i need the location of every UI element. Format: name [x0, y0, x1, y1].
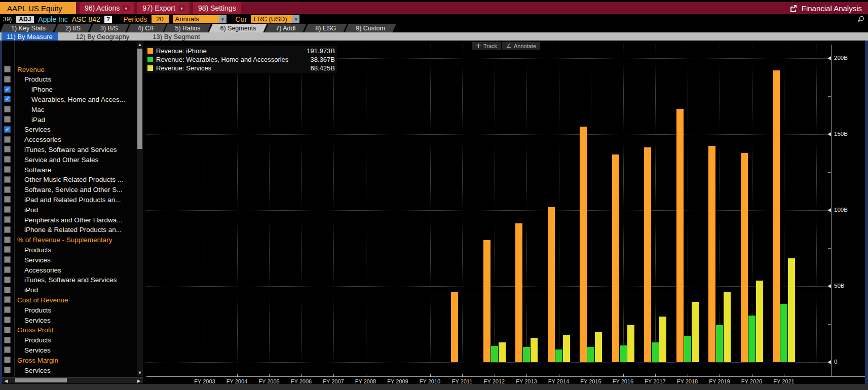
sidebar-item-service-and-other-sales[interactable]: Service and Other Sales — [2, 154, 135, 165]
tab-5-ratios[interactable]: 5) Ratios — [166, 24, 209, 32]
sidebar-vscroll-thumb[interactable] — [137, 49, 142, 149]
scroll-left-icon[interactable]: ◀ — [3, 378, 9, 383]
checkbox-unchecked[interactable] — [4, 327, 11, 333]
legend-row-revenue-iphone[interactable]: Revenue: iPhone191.973B — [147, 47, 335, 55]
checkbox-unchecked[interactable] — [4, 317, 11, 323]
checkbox-checked[interactable]: ✓ — [4, 126, 11, 133]
sidebar-item-products[interactable]: Products — [2, 245, 135, 255]
checkbox-unchecked[interactable] — [4, 166, 11, 173]
magnifier-plus-icon[interactable] — [857, 15, 865, 23]
scroll-down-icon[interactable]: ▼ — [137, 370, 143, 375]
checkbox-unchecked[interactable] — [4, 76, 11, 83]
legend-row-revenue-wearables-home-and-accessories[interactable]: Revenue: Wearables, Home and Accessories… — [147, 55, 335, 64]
sidebar-item-services[interactable]: Services — [2, 255, 135, 265]
sidebar-item-of-revenue-supplementary[interactable]: % of Revenue - Supplementary — [2, 235, 135, 245]
sidebar-item-accessories[interactable]: Accessories — [2, 135, 135, 145]
checkbox-unchecked[interactable] — [4, 206, 11, 213]
sidebar-item-mac[interactable]: Mac — [2, 104, 135, 114]
sidebar-item-gross-profit[interactable]: Gross Profit — [2, 325, 135, 335]
checkbox-unchecked[interactable] — [4, 136, 11, 143]
sidebar-item-iphone[interactable]: ✓iPhone — [2, 85, 135, 95]
scroll-right-icon[interactable]: ▶ — [136, 378, 142, 383]
tab-7-addl[interactable]: 7) Addl — [267, 24, 305, 32]
checkbox-unchecked[interactable] — [4, 196, 11, 203]
track-button[interactable]: Track — [472, 42, 501, 50]
tab-6-segments[interactable]: 6) Segments — [211, 24, 265, 32]
tab-3-b-s[interactable]: 3) B/S — [91, 24, 127, 32]
checkbox-unchecked[interactable] — [4, 186, 11, 193]
sidebar-item-ipod[interactable]: iPod — [2, 205, 135, 215]
checkbox-checked[interactable]: ✓ — [4, 96, 11, 102]
security-ticker[interactable]: AAPL US Equity — [0, 2, 76, 14]
sidebar-item-other-music-related-products[interactable]: Other Music Related Products ... — [2, 175, 135, 185]
checkbox-unchecked[interactable] — [4, 296, 11, 303]
checkbox-unchecked[interactable] — [4, 337, 11, 343]
sidebar-item-gross-margin[interactable]: Gross Margin — [2, 355, 135, 365]
sidebar-item-services[interactable]: Services — [2, 345, 135, 355]
checkbox-unchecked[interactable] — [4, 266, 11, 273]
period-type-dropdown[interactable]: Annuals ▾ — [173, 15, 227, 23]
periods-input[interactable]: 20 — [152, 15, 169, 23]
sidebar-item-iphone-related-products-an[interactable]: iPhone & Related Products an... — [2, 225, 135, 235]
sidebar-item-software-service-and-other-s[interactable]: Software, Service and Other S... — [2, 185, 135, 195]
checkbox-unchecked[interactable] — [4, 216, 11, 223]
menu-96-actions[interactable]: 96) Actions▾ — [80, 2, 134, 14]
checkbox-unchecked[interactable] — [4, 246, 11, 253]
sidebar-hscroll-thumb[interactable] — [15, 378, 67, 382]
sidebar-item-itunes-software-and-services[interactable]: iTunes, Software and Services — [2, 275, 135, 285]
subtab-12-by-geography[interactable]: 12) By Geography — [71, 32, 135, 41]
sidebar-item-software[interactable]: Software — [2, 165, 135, 175]
tab-1-key-stats[interactable]: 1) Key Stats — [2, 24, 55, 32]
annotate-button[interactable]: ∠ Annotate — [502, 42, 540, 50]
checkbox-unchecked[interactable] — [4, 116, 11, 123]
sidebar-item-accessories[interactable]: Accessories — [2, 265, 135, 275]
tab-4-c-f[interactable]: 4) C/F — [129, 24, 165, 32]
sidebar-item-ipad-and-related-products-an[interactable]: iPad and Related Products an... — [2, 194, 135, 205]
checkbox-unchecked[interactable] — [4, 226, 11, 233]
scroll-up-icon[interactable]: ▲ — [137, 42, 143, 47]
checkbox-unchecked[interactable] — [4, 287, 11, 293]
sidebar-item-itunes-software-and-services[interactable]: iTunes, Software and Services — [2, 144, 135, 154]
sidebar-item-ipad[interactable]: iPad — [2, 114, 135, 125]
menu-97-export[interactable]: 97) Export▾ — [137, 2, 190, 14]
checkbox-unchecked[interactable] — [4, 66, 11, 72]
sidebar-item-wearables-home-and-acces[interactable]: ✓Wearables, Home and Acces... — [2, 94, 135, 104]
help-badge[interactable]: ? — [104, 16, 112, 23]
currency-dropdown[interactable]: FRC (USD) ▾ — [251, 15, 299, 23]
tab-9-custom[interactable]: 9) Custom — [347, 24, 394, 32]
subtab-13-by-segment[interactable]: 13) By Segment — [147, 32, 205, 41]
checkbox-unchecked[interactable] — [4, 156, 11, 163]
tab-2-i-s[interactable]: 2) I/S — [56, 24, 90, 32]
checkbox-unchecked[interactable] — [4, 176, 11, 183]
legend-row-revenue-services[interactable]: Revenue: Services68.425B — [147, 64, 335, 72]
checkbox-unchecked[interactable] — [4, 106, 11, 112]
sidebar-item-products[interactable]: Products — [2, 335, 135, 345]
sidebar-item-peripherals-and-other-hardwa[interactable]: Peripherals and Other Hardwa... — [2, 215, 135, 225]
checkbox-unchecked[interactable] — [4, 346, 11, 353]
adj-badge[interactable]: ADJ — [16, 16, 34, 23]
tab-8-esg[interactable]: 8) ESG — [306, 24, 345, 32]
sidebar-item-services[interactable]: ✓Services — [2, 125, 135, 135]
subtab-11-by-measure[interactable]: 11) By Measure — [2, 32, 58, 41]
checkbox-unchecked[interactable] — [4, 306, 11, 313]
sidebar-item-revenue[interactable]: Revenue — [2, 64, 135, 74]
sidebar-item-products[interactable]: Products — [2, 74, 135, 85]
checkbox-unchecked[interactable] — [4, 256, 11, 263]
checkbox-checked[interactable]: ✓ — [4, 86, 11, 93]
sidebar-item-services[interactable]: Services — [2, 315, 135, 325]
function-title[interactable]: Financial Analysis — [789, 2, 868, 14]
y-axis-tick-arrow — [827, 360, 831, 364]
checkbox-unchecked[interactable] — [4, 357, 11, 363]
sidebar-item-ipod[interactable]: iPod — [2, 285, 135, 295]
sidebar-item-services[interactable]: Services — [2, 365, 135, 375]
checkbox-unchecked[interactable] — [4, 277, 11, 283]
chevron-down-icon[interactable]: ▾ — [292, 15, 299, 23]
checkbox-unchecked[interactable] — [4, 237, 11, 243]
checkbox-unchecked[interactable] — [4, 367, 11, 373]
sidebar-item-cost-of-revenue[interactable]: Cost of Revenue — [2, 295, 135, 305]
checkbox-unchecked[interactable] — [4, 146, 11, 152]
chevron-down-icon[interactable]: ▾ — [219, 15, 227, 23]
segment-revenue-chart[interactable]: 200B150B100B50B0FY 2003FY 2004FY 2005FY … — [144, 41, 865, 384]
sidebar-item-products[interactable]: Products — [2, 305, 135, 315]
menu-98-settings[interactable]: 98) Settings — [193, 2, 241, 14]
